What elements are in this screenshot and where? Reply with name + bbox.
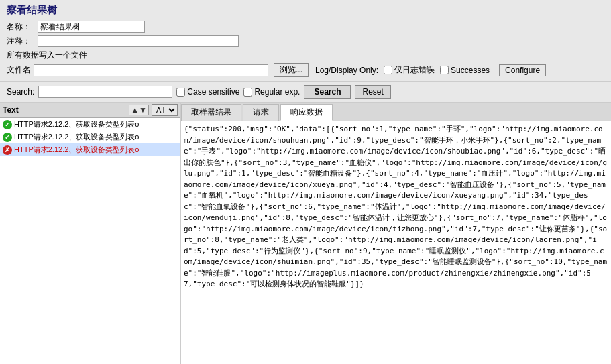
- expand-icons: ▲▼: [129, 105, 149, 115]
- tree-header: Text ▲▼ All: [0, 103, 180, 118]
- file-all-row: 所有数据写入一个文件: [7, 50, 604, 61]
- status-ok-icon: ✓: [3, 120, 12, 129]
- tree-item[interactable]: ✓ HTTP请求2.12.2、获取设备类型列表o: [0, 118, 180, 131]
- file-log-row: 文件名 浏览... Log/Display Only: 仅日志错误 Succes…: [7, 63, 604, 77]
- error-checkbox-label[interactable]: 仅日志错误: [384, 64, 435, 76]
- log-section: Log/Display Only: 仅日志错误 Successes Config…: [315, 64, 546, 76]
- browse-button[interactable]: 浏览...: [274, 63, 309, 77]
- search-label: Search:: [7, 87, 34, 97]
- expand-icon[interactable]: ▲▼: [129, 105, 149, 115]
- regex-checkbox[interactable]: [243, 88, 252, 97]
- status-ok-icon: ✓: [3, 133, 12, 142]
- reset-button[interactable]: Reset: [355, 85, 390, 99]
- left-panel: Text ▲▼ All ✓ HTTP请求2.12.2、获取设备类型列表o ✓ H…: [0, 103, 181, 364]
- tree-content: ✓ HTTP请求2.12.2、获取设备类型列表o ✓ HTTP请求2.12.2、…: [0, 118, 180, 364]
- tree-item-selected[interactable]: ✗ HTTP请求2.12.2、获取设备类型列表o: [0, 143, 180, 156]
- log-display-label: Log/Display Only:: [315, 66, 378, 75]
- case-sensitive-label[interactable]: Case sensitive: [176, 87, 239, 97]
- search-input[interactable]: [38, 86, 172, 98]
- file-all-label: 所有数据写入一个文件: [7, 50, 87, 60]
- file-section: 文件名 浏览...: [7, 63, 309, 77]
- name-input[interactable]: [38, 21, 145, 33]
- filename-label: 文件名: [7, 64, 31, 76]
- page-title: 察看结果树: [7, 4, 604, 17]
- name-label: 名称：: [7, 21, 34, 33]
- tab-sampler[interactable]: 取样器结果: [181, 104, 241, 121]
- success-checkbox[interactable]: [440, 66, 449, 74]
- comment-label: 注释：: [7, 36, 34, 47]
- regex-label[interactable]: Regular exp.: [243, 87, 300, 97]
- tab-response[interactable]: 响应数据: [280, 104, 333, 121]
- case-sensitive-checkbox[interactable]: [176, 88, 185, 97]
- filename-input[interactable]: [34, 64, 268, 76]
- tree-item[interactable]: ✓ HTTP请求2.12.2、获取设备类型列表o: [0, 131, 180, 143]
- success-checkbox-label[interactable]: Successes: [440, 66, 490, 75]
- tree-column-header: Text: [3, 105, 129, 115]
- search-button[interactable]: Search: [304, 85, 351, 99]
- tree-filter-dropdown[interactable]: All: [152, 104, 178, 116]
- item-text-error: HTTP请求2.12.2、获取设备类型列表o: [14, 145, 139, 155]
- comment-input[interactable]: [38, 35, 239, 47]
- error-checkbox[interactable]: [384, 66, 392, 74]
- status-error-icon: ✗: [3, 145, 12, 155]
- tab-request[interactable]: 请求: [243, 104, 279, 121]
- item-text: HTTP请求2.12.2、获取设备类型列表o: [14, 132, 139, 142]
- name-row: 名称：: [7, 21, 604, 33]
- main-container: 察看结果树 名称： 注释： 所有数据写入一个文件 文件名 浏览... Log/D…: [0, 0, 611, 364]
- content-area: Text ▲▼ All ✓ HTTP请求2.12.2、获取设备类型列表o ✓ H…: [0, 103, 611, 364]
- comment-row: 注释：: [7, 35, 604, 47]
- header-section: 察看结果树 名称： 注释： 所有数据写入一个文件 文件名 浏览... Log/D…: [0, 0, 611, 82]
- right-panel: 取样器结果 请求 响应数据 {"status":200,"msg":"OK","…: [181, 103, 611, 364]
- search-bar: Search: Case sensitive Regular exp. Sear…: [0, 82, 611, 103]
- tabs: 取样器结果 请求 响应数据: [181, 103, 611, 121]
- response-content: {"status":200,"msg":"OK","data":[{"sort_…: [181, 121, 611, 364]
- configure-button[interactable]: Configure: [499, 64, 546, 76]
- item-text: HTTP请求2.12.2、获取设备类型列表o: [14, 119, 139, 129]
